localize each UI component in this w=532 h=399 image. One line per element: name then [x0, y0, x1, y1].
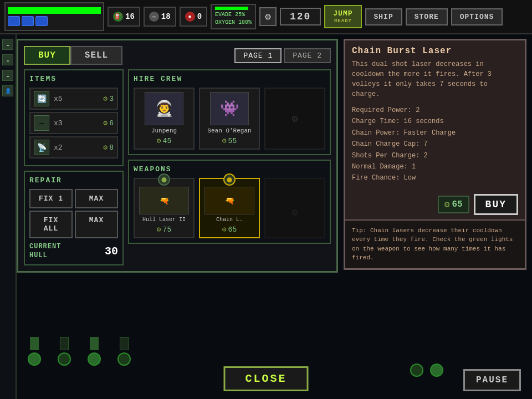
item-price-2: ⚙ 8 [103, 143, 114, 152]
store-button[interactable]: STORE [406, 8, 448, 25]
jump-button[interactable]: JUMP READY [324, 5, 361, 28]
items-section: ITEMS 🔄 x5 ⚙ 3 — x3 ⚙ 6 [24, 69, 124, 166]
item-price-val-2: 8 [109, 144, 114, 152]
evade-bar [215, 7, 248, 10]
health-green-bar [8, 7, 101, 14]
fixall-button[interactable]: FIX ALL [29, 211, 73, 238]
fuel-stat: ⛽ 16 [108, 7, 140, 27]
station-block-2 [90, 337, 99, 350]
health-bar-container [4, 2, 104, 31]
station-col-1 [58, 337, 71, 366]
item-price-val-0: 3 [109, 95, 114, 103]
weapons-grid: ⬤ 🔫 Hull Laser II ⚙ 75 ⬤ 🔫 [134, 178, 325, 238]
gear-button[interactable]: ⚙ [259, 7, 277, 26]
fuel-value: 16 [125, 12, 135, 21]
missile-stat: — 18 [144, 7, 176, 27]
stat-line-2: Chain Power: Faster Charge [352, 127, 518, 139]
page1-tab[interactable]: PAGE 1 [234, 48, 282, 63]
stat-line-5: Normal Damage: 1 [352, 161, 518, 172]
buy-tab[interactable]: BUY [24, 46, 70, 65]
buy-price-val: 65 [452, 200, 462, 209]
crew-avatar-1: 👾 [210, 92, 249, 125]
weapon-price-0: ⚙ 75 [138, 225, 190, 234]
info-stats: Required Power: 2 Charge Time: 16 second… [345, 105, 525, 190]
item-count-1: x3 [54, 119, 63, 127]
missile-icon: — [149, 12, 159, 22]
weapon-empty-icon-0: ⚙ [292, 206, 298, 218]
shop-body: ITEMS 🔄 x5 ⚙ 3 — x3 ⚙ 6 [24, 69, 331, 265]
green-circle-1 [58, 352, 71, 366]
crew-name-0: Junpeng [138, 127, 190, 134]
crew-cog-0: ⚙ [157, 136, 161, 145]
repair-section: REPAIR FIX 1 MAX FIX ALL MAX CURRENTHULL… [24, 171, 124, 265]
crew-price-val-0: 45 [163, 137, 172, 145]
stat-line-6: Fire Chance: Low [352, 172, 518, 183]
item-count-2: x2 [54, 144, 63, 152]
stat-line-0: Required Power: 2 [352, 105, 518, 116]
tip-box: Tip: Chain lasers decrease their cooldow… [345, 219, 525, 268]
station-indicators [28, 337, 131, 366]
buy-row: ⚙ 65 BUY [345, 190, 525, 219]
item-icon-1: — [34, 115, 49, 131]
item-count-0: x5 [54, 95, 63, 103]
blue-dots [8, 16, 101, 26]
options-button[interactable]: OPTIONS [451, 8, 503, 25]
fix1-max-button[interactable]: MAX [75, 189, 118, 208]
green-circle-3 [117, 352, 131, 366]
station-col-2 [88, 337, 101, 366]
missile-value: 18 [161, 12, 171, 21]
evade-oxygen-box: EVADE 25% OXYGEN 100% [211, 4, 256, 29]
evade-label: EVADE 25% [215, 11, 252, 19]
info-description: This dual shot laser decreases in cooldo… [345, 59, 525, 105]
crew-card-1[interactable]: 👾 Sean O'Regan ⚙ 55 [199, 88, 260, 150]
shop-tabs: BUY SELL PAGE 1 PAGE 2 [24, 46, 331, 65]
weapon-card-1[interactable]: ⬤ 🔫 Chain L. ⚙ 65 [199, 178, 260, 238]
item-row-0[interactable]: 🔄 x5 ⚙ 3 [29, 88, 118, 110]
weapon-cog-0: ⚙ [157, 225, 161, 234]
crew-avatar-0: 👨‍🚀 [145, 92, 183, 125]
weapon-price-val-0: 75 [163, 226, 172, 234]
weapon-price-val-1: 65 [228, 226, 237, 234]
item-row-1[interactable]: — x3 ⚙ 6 [29, 112, 118, 134]
blue-dot-2 [22, 16, 34, 26]
left-column: ITEMS 🔄 x5 ⚙ 3 — x3 ⚙ 6 [24, 69, 124, 265]
cog-icon-1: ⚙ [103, 119, 108, 127]
item-price-val-1: 6 [109, 119, 114, 127]
buy-button[interactable]: BUY [474, 194, 518, 215]
weapon-slot-empty-0: ⚙ [264, 178, 325, 238]
ship-button[interactable]: SHIP [365, 8, 402, 25]
sell-tab[interactable]: SELL [70, 46, 122, 65]
hull-label: CURRENTHULL [29, 243, 61, 260]
weapon-top-icon-0: ⬤ [158, 173, 170, 186]
bottom-game-area [17, 338, 532, 399]
fixall-max-button[interactable]: MAX [75, 211, 118, 238]
side-icon-4: 👤 [2, 85, 13, 96]
fuel-icon: ⛽ [113, 12, 123, 22]
hire-crew-section: HIRE CREW 👨‍🚀 Junpeng ⚙ 45 👾 Sean O'Rega… [128, 69, 331, 155]
item-row-2[interactable]: 📡 x2 ⚙ 8 [29, 136, 118, 158]
right-column: HIRE CREW 👨‍🚀 Junpeng ⚙ 45 👾 Sean O'Rega… [128, 69, 331, 265]
crew-card-0[interactable]: 👨‍🚀 Junpeng ⚙ 45 [134, 88, 195, 150]
drone-stat: ● 0 [180, 7, 207, 27]
crew-cog-1: ⚙ [222, 136, 227, 145]
green-circle-0 [28, 352, 41, 366]
side-icon-1: ☁ [2, 39, 13, 50]
weapon-price-1: ⚙ 65 [203, 225, 255, 234]
crew-slot-empty-0: ⚙ [264, 88, 325, 150]
cog-icon-0: ⚙ [103, 94, 108, 103]
top-hud: ⛽ 16 — 18 ● 0 EVADE 25% OXYGEN 100% ⚙ 12… [0, 0, 532, 34]
page2-tab[interactable]: PAGE 2 [284, 48, 331, 63]
repair-title: REPAIR [29, 176, 118, 185]
station-block-1 [60, 337, 69, 350]
item-icon-0: 🔄 [34, 91, 49, 106]
weapon-card-0[interactable]: ⬤ 🔫 Hull Laser II ⚙ 75 [134, 178, 195, 238]
crew-price-0: ⚙ 45 [138, 136, 190, 145]
station-col-0 [28, 337, 41, 366]
oxygen-label: OXYGEN 100% [215, 19, 252, 27]
side-panel-left: ☁ ☁ ☁ 👤 [0, 34, 17, 399]
blue-dot-1 [8, 16, 20, 26]
fix1-button[interactable]: FIX 1 [29, 189, 73, 208]
crew-name-1: Sean O'Regan [203, 127, 255, 134]
crew-grid: 👨‍🚀 Junpeng ⚙ 45 👾 Sean O'Regan ⚙ 55 [134, 88, 325, 150]
info-title: Chain Burst Laser [345, 40, 525, 59]
